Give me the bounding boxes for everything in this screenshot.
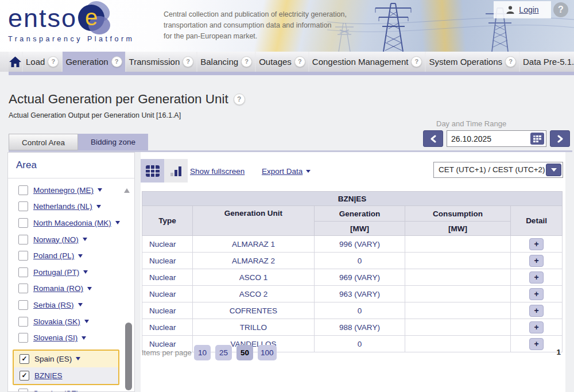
tab-bidding-zone[interactable]: Bidding zone bbox=[78, 134, 148, 150]
question-badge-icon[interactable]: ? bbox=[411, 56, 422, 67]
nav-tab[interactable]: Data Pre-5.1.15 bbox=[520, 52, 574, 72]
area-checkbox[interactable] bbox=[18, 218, 28, 228]
detail-expand-button[interactable]: + bbox=[529, 255, 544, 267]
nav-tab[interactable]: Load ? bbox=[23, 52, 61, 72]
nav-tab[interactable]: Outages ? bbox=[256, 52, 308, 72]
area-checkbox[interactable] bbox=[18, 300, 28, 310]
area-label[interactable]: Romania (RO) bbox=[33, 284, 83, 293]
table-row: Nuclear ALMARAZ 2 0 + bbox=[142, 253, 563, 269]
detail-expand-button[interactable]: + bbox=[529, 238, 544, 250]
caret-down-icon[interactable] bbox=[115, 221, 120, 224]
detail-expand-button[interactable]: + bbox=[529, 271, 544, 284]
area-label[interactable]: Montenegro (ME) bbox=[33, 186, 94, 195]
area-list-item[interactable]: Portugal (PT) bbox=[8, 264, 134, 281]
caret-down-icon[interactable] bbox=[87, 287, 92, 290]
chart-view-button[interactable] bbox=[164, 159, 188, 183]
caret-down-icon[interactable] bbox=[83, 238, 87, 241]
export-data-link[interactable]: Export Data bbox=[262, 167, 302, 176]
items-per-page-button[interactable]: 10 bbox=[194, 345, 211, 360]
items-per-page-button[interactable]: 100 bbox=[258, 345, 277, 360]
area-list-item[interactable]: Romania (RO) bbox=[8, 281, 134, 297]
table-view-button[interactable] bbox=[141, 159, 164, 183]
export-data-dropdown[interactable]: Export Data bbox=[262, 167, 311, 176]
area-checkbox[interactable] bbox=[18, 251, 28, 261]
area-list-item[interactable]: Slovakia (SK) bbox=[8, 313, 134, 330]
timezone-dropdown-button[interactable] bbox=[546, 164, 561, 176]
nav-tab[interactable]: Transmission ? bbox=[126, 52, 197, 72]
next-day-button[interactable] bbox=[550, 130, 570, 147]
area-list-item[interactable]: Montenegro (ME) bbox=[8, 182, 134, 199]
area-label[interactable]: Netherlands (NL) bbox=[33, 202, 92, 211]
items-per-page-button[interactable]: 50 bbox=[236, 345, 253, 360]
area-list-item[interactable]: Slovenia (SI) bbox=[8, 329, 134, 346]
scrollbar-thumb[interactable] bbox=[125, 323, 132, 390]
area-checkbox[interactable] bbox=[18, 284, 28, 293]
area-list-item[interactable]: ✓ Spain (ES) bbox=[14, 351, 118, 367]
caret-down-icon[interactable] bbox=[96, 205, 101, 208]
detail-expand-button[interactable]: + bbox=[529, 321, 544, 333]
nav-tab[interactable]: Balancing ? bbox=[197, 52, 255, 72]
caret-down-icon[interactable] bbox=[78, 303, 83, 306]
nav-tab[interactable]: Congestion Management ? bbox=[309, 52, 425, 72]
caret-down-icon[interactable] bbox=[76, 357, 80, 360]
area-label[interactable]: Spain (ES) bbox=[34, 355, 72, 363]
area-checkbox[interactable] bbox=[18, 267, 28, 277]
question-badge-icon[interactable]: ? bbox=[48, 56, 59, 67]
prev-day-button[interactable] bbox=[423, 130, 443, 147]
area-label[interactable]: Serbia (RS) bbox=[33, 301, 74, 309]
items-per-page-button[interactable]: 25 bbox=[215, 345, 232, 360]
area-list-item[interactable]: Norway (NO) bbox=[8, 231, 134, 248]
area-label[interactable]: Poland (PL) bbox=[33, 251, 74, 260]
caret-down-icon[interactable] bbox=[82, 336, 86, 340]
caret-down-icon[interactable] bbox=[84, 320, 89, 323]
area-checkbox[interactable] bbox=[18, 235, 28, 244]
question-badge-icon[interactable]: ? bbox=[183, 56, 193, 67]
help-icon[interactable]: ? bbox=[553, 2, 568, 17]
area-label[interactable]: North Macedonia (MK) bbox=[33, 219, 111, 227]
area-checkbox[interactable] bbox=[18, 185, 28, 195]
detail-expand-button[interactable]: + bbox=[529, 338, 544, 350]
area-list-item[interactable]: ✓ BZN|ES bbox=[14, 367, 118, 384]
area-label[interactable]: Sweden (SE) bbox=[33, 389, 79, 392]
entsoe-logo[interactable]: entso e Transparency Platform bbox=[8, 3, 134, 43]
area-label[interactable]: Slovenia (SI) bbox=[33, 333, 77, 342]
nav-tab[interactable]: System Operations ? bbox=[426, 52, 519, 72]
caret-down-icon[interactable] bbox=[78, 254, 83, 258]
area-checkbox[interactable] bbox=[18, 201, 28, 211]
area-label[interactable]: Slovakia (SK) bbox=[33, 317, 80, 326]
show-fullscreen-link[interactable]: Show fullscreen bbox=[190, 167, 245, 176]
area-label[interactable]: Portugal (PT) bbox=[33, 268, 79, 277]
area-checkbox[interactable]: ✓ bbox=[20, 354, 29, 364]
timezone-select[interactable]: CET (UTC+1) / CEST (UTC+2) bbox=[433, 162, 563, 178]
caret-down-icon[interactable] bbox=[98, 188, 102, 192]
cell-generation: 996 (VARY) bbox=[315, 236, 405, 253]
scroll-up-icon[interactable] bbox=[124, 188, 130, 193]
area-checkbox[interactable] bbox=[18, 389, 28, 392]
area-checkbox[interactable]: ✓ bbox=[20, 371, 29, 381]
area-list-item[interactable]: Poland (PL) bbox=[8, 247, 134, 264]
area-checkbox[interactable] bbox=[18, 317, 28, 327]
area-label[interactable]: BZN|ES bbox=[34, 371, 63, 380]
area-list-item[interactable]: North Macedonia (MK) bbox=[8, 215, 134, 231]
detail-expand-button[interactable]: + bbox=[529, 288, 544, 300]
login-link[interactable]: Login bbox=[519, 5, 538, 14]
question-badge-icon[interactable]: ? bbox=[505, 56, 516, 67]
tab-control-area[interactable]: Control Area bbox=[9, 134, 78, 150]
detail-expand-button[interactable]: + bbox=[529, 305, 544, 317]
date-input[interactable] bbox=[447, 131, 532, 146]
caret-down-icon[interactable] bbox=[83, 270, 88, 274]
col-header-generation: Generation bbox=[315, 206, 405, 222]
question-badge-icon[interactable]: ? bbox=[241, 56, 252, 67]
title-help-icon[interactable]: ? bbox=[234, 94, 245, 105]
calendar-button[interactable] bbox=[530, 133, 544, 145]
area-label[interactable]: Norway (NO) bbox=[33, 235, 79, 244]
nav-home[interactable] bbox=[9, 52, 22, 72]
area-list-item[interactable]: Sweden (SE) bbox=[8, 385, 134, 392]
area-list-item[interactable]: Serbia (RS) bbox=[8, 297, 134, 313]
question-badge-icon[interactable]: ? bbox=[111, 56, 122, 67]
area-checkbox[interactable] bbox=[18, 333, 28, 343]
area-list-item[interactable]: Netherlands (NL) bbox=[8, 199, 134, 215]
nav-tab[interactable]: Generation ? bbox=[63, 52, 125, 72]
question-badge-icon[interactable]: ? bbox=[294, 56, 305, 67]
login-button[interactable]: Login bbox=[494, 1, 551, 18]
